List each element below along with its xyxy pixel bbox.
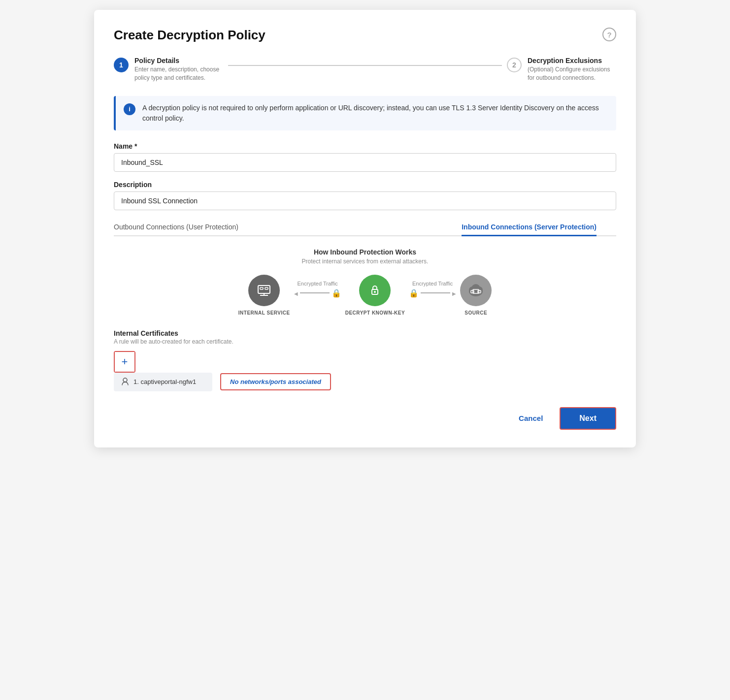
step-1-circle: 1	[114, 58, 129, 72]
connection-tabs: Outbound Connections (User Protection) I…	[114, 219, 616, 236]
tab-spacer	[258, 219, 462, 235]
right-arrow: Encrypted Traffic 🔒	[409, 281, 456, 298]
diagram-flow: INTERNAL SERVICE Encrypted Traffic 🔒	[114, 275, 616, 316]
source-label: SOURCE	[465, 310, 487, 316]
decrypt-icon	[359, 275, 391, 306]
info-text: A decryption policy is not required to o…	[142, 103, 608, 124]
info-banner: i A decryption policy is not required to…	[114, 96, 616, 130]
step-connector	[228, 65, 502, 66]
right-arrow-label: Encrypted Traffic	[412, 281, 453, 286]
left-arrow-line: 🔒	[294, 288, 341, 298]
next-button[interactable]: Next	[560, 407, 616, 430]
cert-row: 1. captiveportal-ngfw1 No networks/ports…	[114, 373, 616, 391]
no-networks-button[interactable]: No networks/ports associated	[220, 373, 331, 390]
step-2-subtitle: (Optional) Configure exclusions for outb…	[528, 65, 616, 82]
line-left	[300, 292, 330, 293]
source-icon	[460, 275, 492, 306]
line-right	[421, 292, 450, 293]
cert-item-icon	[121, 377, 130, 387]
add-cert-button[interactable]: +	[115, 352, 134, 372]
certificates-section: Internal Certificates A rule will be aut…	[114, 329, 616, 391]
tab-outbound[interactable]: Outbound Connections (User Protection)	[114, 219, 238, 236]
decrypt-node: DECRYPT KNOWN-KEY	[345, 275, 405, 316]
arrowhead-left	[294, 288, 298, 297]
step-2-circle: 2	[507, 58, 522, 72]
decrypt-label: DECRYPT KNOWN-KEY	[345, 310, 405, 316]
step-2-title: Decryption Exclusions	[528, 57, 616, 64]
cert-item: 1. captiveportal-ngfw1	[114, 373, 212, 391]
diagram-subtitle: Protect internal services from external …	[302, 258, 429, 265]
name-field-group: Name *	[114, 142, 616, 181]
stepper: 1 Policy Details Enter name, description…	[114, 57, 616, 82]
tab-inbound[interactable]: Inbound Connections (Server Protection)	[462, 219, 597, 236]
step-2: 2 Decryption Exclusions (Optional) Confi…	[507, 57, 616, 82]
certificates-subtitle: A rule will be auto-created for each cer…	[114, 338, 616, 345]
lock-right-icon: 🔒	[409, 288, 419, 298]
modal-title: Create Decryption Policy	[114, 28, 265, 43]
name-label: Name *	[114, 142, 616, 150]
left-arrow: Encrypted Traffic 🔒	[294, 281, 341, 298]
source-node: SOURCE	[460, 275, 492, 316]
modal-footer: Cancel Next	[114, 407, 616, 430]
diagram-title: How Inbound Protection Works	[314, 248, 416, 256]
diagram-section: How Inbound Protection Works Protect int…	[114, 248, 616, 316]
cancel-button[interactable]: Cancel	[510, 409, 552, 427]
create-decryption-policy-modal: Create Decryption Policy ? 1 Policy Deta…	[94, 10, 636, 447]
modal-header: Create Decryption Policy ?	[114, 28, 616, 43]
internal-service-node: INTERNAL SERVICE	[238, 275, 290, 316]
info-icon: i	[124, 103, 135, 115]
step-1-info: Policy Details Enter name, description, …	[134, 57, 223, 82]
add-cert-btn-wrapper: +	[114, 351, 135, 373]
internal-service-icon	[248, 275, 280, 306]
lock-left-icon: 🔒	[332, 288, 341, 298]
step-2-info: Decryption Exclusions (Optional) Configu…	[528, 57, 616, 82]
certificates-title: Internal Certificates	[114, 329, 616, 337]
svg-rect-2	[265, 287, 268, 289]
description-input[interactable]	[114, 191, 616, 210]
help-icon[interactable]: ?	[602, 28, 616, 41]
name-input[interactable]	[114, 153, 616, 172]
arrowhead-right	[452, 288, 456, 297]
step-1: 1 Policy Details Enter name, description…	[114, 57, 223, 82]
left-arrow-label: Encrypted Traffic	[298, 281, 338, 286]
cert-item-label: 1. captiveportal-ngfw1	[133, 378, 196, 385]
internal-service-label: INTERNAL SERVICE	[238, 310, 290, 316]
description-field-group: Description	[114, 181, 616, 219]
step-1-title: Policy Details	[134, 57, 223, 64]
svg-point-14	[123, 378, 127, 382]
right-arrow-line: 🔒	[409, 288, 456, 298]
step-1-subtitle: Enter name, description, choose policy t…	[134, 65, 223, 82]
description-label: Description	[114, 181, 616, 189]
svg-point-6	[374, 291, 376, 293]
svg-rect-1	[260, 287, 263, 289]
